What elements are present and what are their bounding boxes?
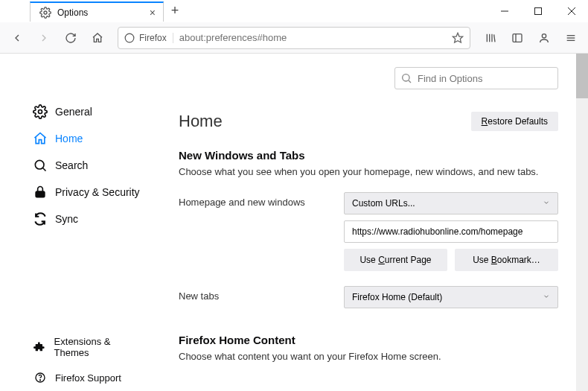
content-area: General Home Search Privacy & Security S… bbox=[0, 54, 588, 391]
homepage-label: Homepage and new windows bbox=[179, 192, 335, 208]
close-window-button[interactable] bbox=[555, 0, 588, 22]
homepage-mode-select[interactable]: Custom URLs... bbox=[344, 192, 558, 214]
svg-point-17 bbox=[39, 110, 42, 114]
chevron-down-icon bbox=[543, 198, 550, 209]
svg-rect-11 bbox=[513, 34, 522, 42]
identity-box[interactable]: Firefox bbox=[124, 33, 173, 43]
svg-line-10 bbox=[494, 34, 495, 42]
svg-point-23 bbox=[403, 74, 409, 81]
sidebar-item-label: General bbox=[55, 106, 92, 118]
sidebar-item-label: Sync bbox=[55, 213, 78, 225]
gear-icon bbox=[39, 7, 51, 19]
sidebar-item-label: Privacy & Security bbox=[55, 186, 140, 198]
account-button[interactable] bbox=[533, 27, 555, 49]
sidebar-item-label: Extensions & Themes bbox=[54, 336, 141, 358]
identity-label: Firefox bbox=[139, 33, 167, 43]
homepage-url-input[interactable]: https://www.radiohubonline.com/homepage bbox=[344, 220, 558, 243]
sync-icon bbox=[33, 212, 48, 226]
svg-point-22 bbox=[39, 380, 40, 381]
minimize-button[interactable] bbox=[488, 0, 521, 22]
section-heading-home-content: Firefox Home Content bbox=[179, 334, 558, 346]
url-bar[interactable]: Firefox about:preferences#home bbox=[118, 27, 470, 49]
find-in-options bbox=[394, 67, 558, 89]
svg-line-19 bbox=[43, 168, 46, 171]
chevron-down-icon bbox=[543, 292, 550, 302]
svg-rect-2 bbox=[534, 7, 541, 14]
svg-marker-6 bbox=[453, 33, 462, 42]
sidebar-item-general[interactable]: General bbox=[0, 98, 156, 125]
back-button[interactable] bbox=[6, 27, 28, 49]
page-title: Home bbox=[179, 112, 223, 131]
sidebar-item-extensions[interactable]: Extensions & Themes bbox=[0, 330, 156, 364]
bookmark-star-icon[interactable] bbox=[452, 32, 464, 44]
sidebar-item-label: Search bbox=[55, 159, 88, 171]
new-tab-button[interactable]: + bbox=[164, 0, 186, 22]
scrollbar-thumb[interactable] bbox=[576, 54, 588, 98]
svg-rect-20 bbox=[36, 191, 45, 197]
sidebar-item-label: Firefox Support bbox=[55, 372, 121, 384]
newtabs-mode-select[interactable]: Firefox Home (Default) bbox=[344, 286, 558, 308]
menu-button[interactable] bbox=[560, 27, 582, 49]
vertical-scrollbar[interactable] bbox=[576, 54, 588, 391]
use-bookmark-button[interactable]: Use Bookmark… bbox=[455, 249, 558, 271]
gear-icon bbox=[33, 104, 48, 119]
search-icon bbox=[400, 72, 412, 87]
library-button[interactable] bbox=[479, 27, 502, 49]
home-button[interactable] bbox=[86, 27, 109, 49]
help-icon bbox=[33, 370, 48, 385]
preferences-sidebar: General Home Search Privacy & Security S… bbox=[0, 54, 156, 391]
main-panel: Home Restore Defaults New Windows and Ta… bbox=[156, 54, 588, 391]
window-titlebar: Options × + bbox=[0, 0, 588, 22]
section-heading-new-windows: New Windows and Tabs bbox=[179, 149, 558, 162]
sidebar-bottom: Extensions & Themes Firefox Support bbox=[0, 330, 156, 391]
newtabs-label: New tabs bbox=[179, 286, 335, 302]
forward-button[interactable] bbox=[33, 27, 55, 49]
sidebar-item-search[interactable]: Search bbox=[0, 152, 156, 179]
svg-line-24 bbox=[409, 80, 411, 83]
tab-label: Options bbox=[57, 7, 144, 18]
sidebar-button[interactable] bbox=[506, 27, 528, 49]
sidebar-item-label: Home bbox=[55, 133, 83, 144]
maximize-button[interactable] bbox=[521, 0, 555, 22]
svg-point-13 bbox=[542, 34, 546, 37]
select-value: Firefox Home (Default) bbox=[352, 292, 442, 302]
svg-point-0 bbox=[44, 11, 47, 14]
restore-defaults-button[interactable]: Restore Defaults bbox=[471, 112, 558, 131]
svg-point-18 bbox=[35, 160, 44, 169]
sidebar-item-support[interactable]: Firefox Support bbox=[0, 364, 156, 391]
firefox-logo-icon bbox=[124, 33, 135, 43]
close-tab-icon[interactable]: × bbox=[150, 7, 156, 19]
browser-navbar: Firefox about:preferences#home bbox=[0, 22, 588, 54]
section-desc-home-content: Choose what content you want on your Fir… bbox=[179, 351, 558, 362]
puzzle-icon bbox=[33, 340, 47, 355]
sidebar-item-privacy[interactable]: Privacy & Security bbox=[0, 179, 156, 206]
url-text: about:preferences#home bbox=[179, 32, 446, 43]
use-current-page-button[interactable]: Use Current Page bbox=[344, 249, 447, 271]
input-value: https://www.radiohubonline.com/homepage bbox=[352, 226, 523, 237]
reload-button[interactable] bbox=[60, 27, 82, 49]
find-in-options-input[interactable] bbox=[394, 67, 558, 89]
svg-point-5 bbox=[125, 34, 134, 42]
sidebar-item-sync[interactable]: Sync bbox=[0, 206, 156, 232]
lock-icon bbox=[33, 185, 48, 200]
search-icon bbox=[33, 158, 48, 173]
select-value: Custom URLs... bbox=[352, 198, 415, 209]
sidebar-item-home[interactable]: Home bbox=[0, 125, 156, 152]
home-icon bbox=[33, 131, 48, 146]
browser-tab-options[interactable]: Options × bbox=[30, 1, 164, 22]
section-desc-new-windows: Choose what you see when you open your h… bbox=[179, 166, 558, 177]
window-controls bbox=[488, 0, 588, 22]
